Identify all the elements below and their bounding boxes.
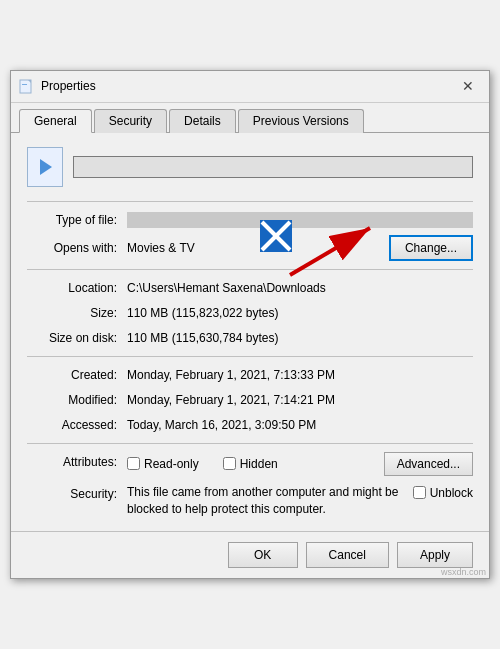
cancel-button[interactable]: Cancel	[306, 542, 389, 568]
opens-label: Opens with:	[27, 238, 127, 258]
size-label: Size:	[27, 303, 127, 323]
attributes-label: Attributes:	[27, 452, 127, 472]
hidden-label: Hidden	[240, 457, 278, 471]
attributes-section: Attributes: Read-only Hidden Advanced...	[27, 443, 473, 476]
dates-section: Created: Monday, February 1, 2021, 7:13:…	[27, 356, 473, 435]
accessed-row: Accessed: Today, March 16, 2021, 3:09:50…	[27, 415, 473, 435]
hidden-checkbox[interactable]	[223, 457, 236, 470]
watermark: wsxdn.com	[441, 567, 486, 577]
security-content: This file came from another computer and…	[127, 484, 473, 518]
security-text: This file came from another computer and…	[127, 484, 403, 518]
opens-with-row: Opens with: Movies & TV Change...	[27, 235, 473, 261]
accessed-label: Accessed:	[27, 415, 127, 435]
hidden-group: Hidden	[223, 457, 278, 471]
modified-value: Monday, February 1, 2021, 7:14:21 PM	[127, 390, 473, 410]
accessed-value: Today, March 16, 2021, 3:09:50 PM	[127, 415, 473, 435]
unblock-label: Unblock	[430, 486, 473, 500]
tab-content: Type of file: Opens with: Movies & TV Ch…	[11, 133, 489, 532]
svg-rect-2	[22, 84, 27, 85]
size-value: 110 MB (115,823,022 bytes)	[127, 303, 473, 323]
file-name-input[interactable]	[73, 156, 473, 178]
ok-button[interactable]: OK	[228, 542, 298, 568]
tab-previous-versions[interactable]: Previous Versions	[238, 109, 364, 133]
created-value: Monday, February 1, 2021, 7:13:33 PM	[127, 365, 473, 385]
unblock-group: Unblock	[413, 486, 473, 500]
readonly-checkbox[interactable]	[127, 457, 140, 470]
bottom-bar: OK Cancel Apply	[11, 531, 489, 578]
modified-row: Modified: Monday, February 1, 2021, 7:14…	[27, 390, 473, 410]
size-disk-value: 110 MB (115,630,784 bytes)	[127, 328, 473, 348]
attributes-row: Attributes: Read-only Hidden Advanced...	[27, 452, 473, 476]
attributes-controls: Read-only Hidden Advanced...	[127, 452, 473, 476]
location-value: C:\Users\Hemant Saxena\Downloads	[127, 278, 473, 298]
apply-button[interactable]: Apply	[397, 542, 473, 568]
file-header	[27, 147, 473, 187]
file-type-icon	[27, 147, 63, 187]
close-button[interactable]: ✕	[455, 75, 481, 97]
change-button[interactable]: Change...	[389, 235, 473, 261]
location-label: Location:	[27, 278, 127, 298]
title-bar: Properties ✕	[11, 71, 489, 103]
title-bar-controls: ✕	[455, 75, 481, 97]
svg-rect-0	[20, 80, 31, 93]
location-section: Location: C:\Users\Hemant Saxena\Downloa…	[27, 269, 473, 348]
created-label: Created:	[27, 365, 127, 385]
play-icon	[40, 159, 52, 175]
modified-label: Modified:	[27, 390, 127, 410]
window-title: Properties	[41, 79, 96, 93]
type-row: Type of file:	[27, 210, 473, 230]
opens-with-value: Movies & TV	[127, 241, 389, 255]
dialog-icon	[19, 78, 35, 94]
advanced-button[interactable]: Advanced...	[384, 452, 473, 476]
readonly-label: Read-only	[144, 457, 199, 471]
size-row: Size: 110 MB (115,823,022 bytes)	[27, 303, 473, 323]
unblock-checkbox[interactable]	[413, 486, 426, 499]
properties-dialog: Properties ✕ General Security Details Pr…	[10, 70, 490, 580]
tab-security[interactable]: Security	[94, 109, 167, 133]
security-label: Security:	[27, 484, 127, 504]
type-section: Type of file: Opens with: Movies & TV Ch…	[27, 201, 473, 261]
security-section: Security: This file came from another co…	[27, 484, 473, 518]
tab-bar: General Security Details Previous Versio…	[11, 103, 489, 133]
tab-details[interactable]: Details	[169, 109, 236, 133]
title-bar-left: Properties	[19, 78, 96, 94]
size-disk-row: Size on disk: 110 MB (115,630,784 bytes)	[27, 328, 473, 348]
type-value	[127, 212, 473, 228]
location-row: Location: C:\Users\Hemant Saxena\Downloa…	[27, 278, 473, 298]
tab-general[interactable]: General	[19, 109, 92, 133]
created-row: Created: Monday, February 1, 2021, 7:13:…	[27, 365, 473, 385]
type-label: Type of file:	[27, 210, 127, 230]
readonly-group: Read-only	[127, 457, 199, 471]
size-disk-label: Size on disk:	[27, 328, 127, 348]
